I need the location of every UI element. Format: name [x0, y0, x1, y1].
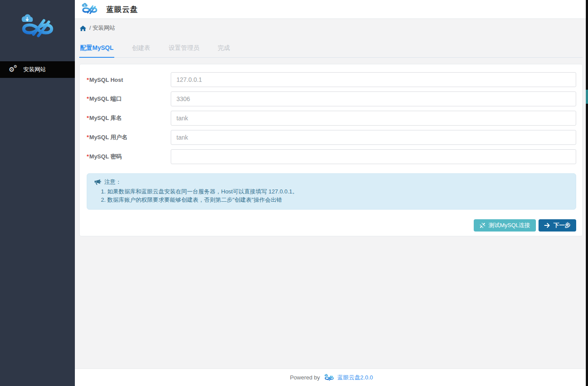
tank-infinity-logo-icon — [323, 374, 335, 382]
sidebar-logo — [0, 0, 75, 61]
mysql-port-input[interactable] — [171, 91, 576, 106]
mysql-database-input[interactable] — [171, 111, 576, 126]
required-mark: * — [87, 134, 89, 140]
tab-create-tables[interactable]: 创建表 — [131, 40, 151, 58]
top-header: 蓝眼云盘 — [75, 0, 588, 19]
mysql-host-input[interactable] — [171, 72, 576, 87]
field-label-text: MySQL 用户名 — [89, 134, 127, 140]
footer-version-link[interactable]: 蓝眼云盘2.0.0 — [323, 374, 373, 382]
arrow-right-icon — [544, 223, 550, 228]
field-label-text: MySQL 密码 — [89, 153, 122, 160]
test-button-label: 测试MySQL连接 — [489, 221, 530, 229]
notice-box: 注意： 如果数据库和蓝眼云盘安装在同一台服务器，Host可以直接填写 127.0… — [87, 173, 576, 210]
sidebar: ⚙ ⚙ 安装网站 — [0, 0, 75, 386]
field-label: *MySQL Host — [87, 77, 171, 83]
field-label: *MySQL 库名 — [87, 114, 171, 122]
breadcrumb-path: / 安装网站 — [89, 24, 115, 32]
main-area: 蓝眼云盘 / 安装网站 配置MySQL 创建表 设置管理员 完成 *MySQL … — [75, 0, 588, 386]
sidebar-item-label: 安装网站 — [23, 66, 46, 74]
powered-by-text: Powered by — [290, 374, 320, 381]
tank-infinity-logo-icon — [17, 14, 59, 41]
notice-title: 注意： — [94, 178, 569, 186]
cogs-icon: ⚙ ⚙ — [9, 66, 18, 74]
button-row: 测试MySQL连接 下一步 — [87, 219, 576, 232]
footer: Powered by 蓝眼云盘2.0.0 — [75, 368, 588, 386]
field-label-text: MySQL 端口 — [89, 95, 122, 102]
notice-title-text: 注意： — [104, 178, 121, 186]
field-label: *MySQL 密码 — [87, 153, 171, 161]
mysql-username-input[interactable] — [171, 130, 576, 145]
page-title: 蓝眼云盘 — [106, 4, 138, 14]
form-row-mysql-port: *MySQL 端口 — [87, 91, 576, 106]
sidebar-item-install-site[interactable]: ⚙ ⚙ 安装网站 — [0, 61, 75, 78]
test-mysql-connection-button[interactable]: 测试MySQL连接 — [474, 219, 536, 232]
footer-version-text: 蓝眼云盘2.0.0 — [338, 374, 373, 382]
page-scrollbar-thumb[interactable] — [586, 90, 588, 104]
mysql-config-card: *MySQL Host *MySQL 端口 *MySQL 库名 — [79, 64, 583, 236]
mysql-password-input[interactable] — [171, 149, 576, 164]
content-area: *MySQL Host *MySQL 端口 *MySQL 库名 — [75, 58, 588, 368]
notice-list: 如果数据库和蓝眼云盘安装在同一台服务器，Host可以直接填写 127.0.0.1… — [94, 188, 569, 204]
field-label-text: MySQL 库名 — [89, 115, 122, 121]
required-mark: * — [87, 153, 89, 160]
notice-item: 数据库账户的权限要求要能够创建表，否则第二步"创建表"操作会出错 — [107, 196, 569, 204]
next-step-button[interactable]: 下一步 — [539, 219, 576, 232]
field-label: *MySQL 用户名 — [87, 133, 171, 141]
wizard-tabs: 配置MySQL 创建表 设置管理员 完成 — [79, 37, 583, 58]
breadcrumb: / 安装网站 — [75, 19, 588, 37]
form-row-mysql-username: *MySQL 用户名 — [87, 130, 576, 145]
tab-finish[interactable]: 完成 — [217, 40, 231, 58]
form-row-mysql-host: *MySQL Host — [87, 72, 576, 87]
required-mark: * — [87, 115, 89, 121]
page-scrollbar-track[interactable] — [586, 0, 588, 386]
required-mark: * — [87, 95, 89, 102]
form-row-mysql-database: *MySQL 库名 — [87, 111, 576, 126]
tab-set-admin[interactable]: 设置管理员 — [168, 40, 200, 58]
app-window: ⚙ ⚙ 安装网站 蓝眼云盘 / 安装网站 配置MySQL 创建表 设置管理员 完… — [0, 0, 588, 386]
form-row-mysql-password: *MySQL 密码 — [87, 149, 576, 164]
tank-infinity-logo-icon — [79, 3, 100, 16]
gear-glyph-small: ⚙ — [14, 65, 17, 69]
notice-item: 如果数据库和蓝眼云盘安装在同一台服务器，Host可以直接填写 127.0.0.1… — [107, 188, 569, 196]
next-button-label: 下一步 — [553, 221, 570, 229]
home-icon[interactable] — [80, 25, 86, 31]
field-label: *MySQL 端口 — [87, 95, 171, 103]
broken-link-icon — [479, 222, 486, 228]
tab-configure-mysql[interactable]: 配置MySQL — [79, 40, 114, 58]
field-label-text: MySQL Host — [89, 77, 123, 83]
required-mark: * — [87, 77, 89, 83]
bullhorn-icon — [94, 179, 101, 185]
